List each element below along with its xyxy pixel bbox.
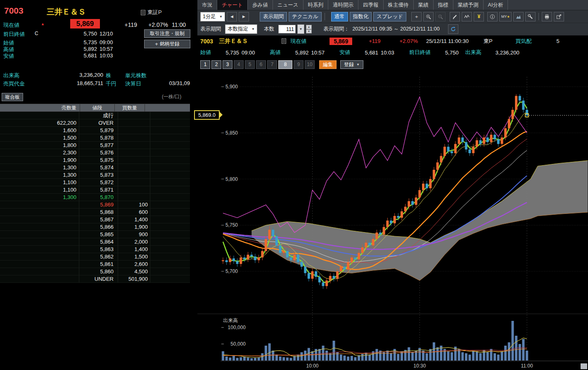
- board-row[interactable]: 5,8661,900: [0, 223, 190, 231]
- board-fill-cell: [150, 157, 190, 164]
- board-row[interactable]: 5,8671,400: [0, 216, 190, 223]
- board-row[interactable]: 1,1005,871: [0, 186, 190, 194]
- board-fill-cell: [150, 179, 190, 186]
- board-fill-cell: [150, 216, 190, 223]
- board-row[interactable]: UNDER501,900: [0, 275, 190, 283]
- board-row[interactable]: 5,868600: [0, 209, 190, 216]
- board-row[interactable]: 622,200OVER: [0, 119, 190, 127]
- board-row[interactable]: 5,8631,400: [0, 246, 190, 253]
- board-row[interactable]: 1,6005,879: [0, 127, 190, 134]
- tab-指標[interactable]: 指標: [434, 0, 453, 10]
- count-spinner[interactable]: ▲ ▼: [306, 25, 312, 33]
- tab-チャート[interactable]: チャート: [217, 0, 248, 10]
- board-row[interactable]: 1,3005,873: [0, 171, 190, 179]
- interval-value: 1分足: [203, 13, 216, 20]
- tab-市況[interactable]: 市況: [197, 0, 217, 10]
- layout-slot-4[interactable]: 4: [234, 60, 244, 69]
- board-price-cell: 5,872: [79, 179, 118, 186]
- tab-歩み値[interactable]: 歩み値: [248, 0, 273, 10]
- info-stock-code: 7003: [200, 38, 213, 45]
- interval-select[interactable]: 1分足 ▼: [200, 12, 225, 21]
- count-dropdown-button[interactable]: ▼: [297, 24, 304, 34]
- wave-tool-button[interactable]: [462, 12, 472, 21]
- info-button[interactable]: [487, 12, 498, 21]
- tab-時系列[interactable]: 時系列: [303, 0, 329, 10]
- print-button[interactable]: [542, 12, 552, 21]
- tab-AI分析[interactable]: AI分析: [484, 0, 508, 10]
- my-label: MY: [501, 14, 507, 19]
- tab-四季報[interactable]: 四季報: [358, 0, 384, 10]
- document-icon: [282, 38, 286, 44]
- board-sell-cell: 1,300: [0, 164, 79, 171]
- board-row[interactable]: 1,3005,874: [0, 164, 190, 171]
- board-row[interactable]: 5,8621,500: [0, 253, 190, 261]
- layout-slot-3[interactable]: 3: [223, 60, 232, 69]
- board-row[interactable]: 1,3005,870: [0, 194, 190, 201]
- prev-bar-button[interactable]: ◀: [227, 12, 237, 21]
- tab-ニュース[interactable]: ニュース: [273, 0, 303, 10]
- add-symbol-button[interactable]: + 銘柄登録: [144, 40, 190, 48]
- board-row[interactable]: 5,865900: [0, 231, 190, 238]
- layout-slot-2[interactable]: 2: [211, 60, 221, 69]
- zoom-in-button[interactable]: [423, 12, 434, 21]
- board-row[interactable]: 5,8642,000: [0, 238, 190, 246]
- board-fill-cell: [150, 127, 190, 134]
- next-bar-button[interactable]: ▶: [239, 12, 249, 21]
- board-row[interactable]: 1,1005,872: [0, 179, 190, 186]
- info-low-time: 10:03: [381, 50, 394, 56]
- board-row[interactable]: 2,3005,876: [0, 149, 190, 157]
- board-row[interactable]: 5,8612,600: [0, 261, 190, 268]
- zoom-out-button[interactable]: [435, 12, 446, 21]
- layout-slot-8[interactable]: 8: [278, 60, 292, 69]
- tab-株主優待[interactable]: 株主優待: [384, 0, 414, 10]
- display-period-button[interactable]: 表示期間: [260, 12, 287, 21]
- technical-button[interactable]: テクニカル: [289, 12, 322, 21]
- order-book-header: 売数量 値段 買数量: [0, 104, 190, 112]
- normal-mode-button[interactable]: 通常: [331, 12, 348, 21]
- register-label: 登録: [344, 61, 354, 68]
- board-fill-cell: [150, 171, 190, 178]
- tab-業績[interactable]: 業績: [414, 0, 434, 10]
- layout-slot-10[interactable]: 10: [305, 60, 315, 69]
- register-button[interactable]: 登録 ▼: [340, 60, 363, 69]
- spin-up-icon[interactable]: ▲: [306, 25, 312, 29]
- count-mode-select[interactable]: 本数指定 ▼: [225, 24, 257, 34]
- indexed-mode-button[interactable]: 指数化: [350, 12, 372, 21]
- add-button[interactable]: ＋: [411, 12, 422, 21]
- board-sell-cell: 1,800: [0, 142, 79, 149]
- scrollbar-corner[interactable]: [581, 363, 587, 369]
- area-chart-button[interactable]: [513, 12, 524, 21]
- layout-slot-5[interactable]: 5: [245, 60, 255, 69]
- spread-mode-button[interactable]: スプレッド: [373, 12, 406, 21]
- composite-board-button[interactable]: 複合板: [2, 93, 23, 101]
- add-symbol-label: 銘柄登録: [160, 40, 180, 47]
- layout-slot-6[interactable]: 6: [256, 60, 266, 69]
- divider: [538, 13, 539, 20]
- price-chart[interactable]: 5,9005,8505,8005,7505,70010:0010:3011:00…: [197, 69, 588, 370]
- edit-button[interactable]: 編集: [319, 60, 337, 69]
- board-sell-cell: [0, 216, 79, 223]
- layout-slot-1[interactable]: 1: [200, 60, 210, 69]
- board-row[interactable]: 1,9005,875: [0, 157, 190, 164]
- board-fill-cell: [150, 209, 190, 216]
- spin-down-icon[interactable]: ▼: [306, 29, 312, 34]
- board-row[interactable]: 1,5005,878: [0, 134, 190, 142]
- tab-業績予測[interactable]: 業績予測: [453, 0, 484, 10]
- board-row[interactable]: 5,8604,500: [0, 268, 190, 275]
- layout-slot-7[interactable]: 7: [267, 60, 277, 69]
- tab-適時開示[interactable]: 適時開示: [328, 0, 358, 10]
- board-row[interactable]: 成行: [0, 112, 190, 119]
- popout-button[interactable]: [554, 12, 564, 21]
- board-price-cell: 成行: [79, 112, 118, 119]
- reset-period-button[interactable]: [448, 24, 458, 34]
- board-row[interactable]: 5,869100: [0, 201, 190, 209]
- settings-button[interactable]: [525, 12, 536, 21]
- board-row[interactable]: 1,8005,877: [0, 142, 190, 149]
- bar-count-input[interactable]: [278, 25, 296, 33]
- yen-tool-button[interactable]: ¥: [474, 12, 484, 21]
- my-settings-button[interactable]: MY★: [499, 12, 512, 21]
- draw-button[interactable]: [450, 12, 460, 21]
- trade-caution-button[interactable]: 取引注意・規制: [144, 29, 190, 38]
- layout-slot-9[interactable]: 9: [294, 60, 303, 69]
- board-sell-cell: 1,300: [0, 171, 79, 178]
